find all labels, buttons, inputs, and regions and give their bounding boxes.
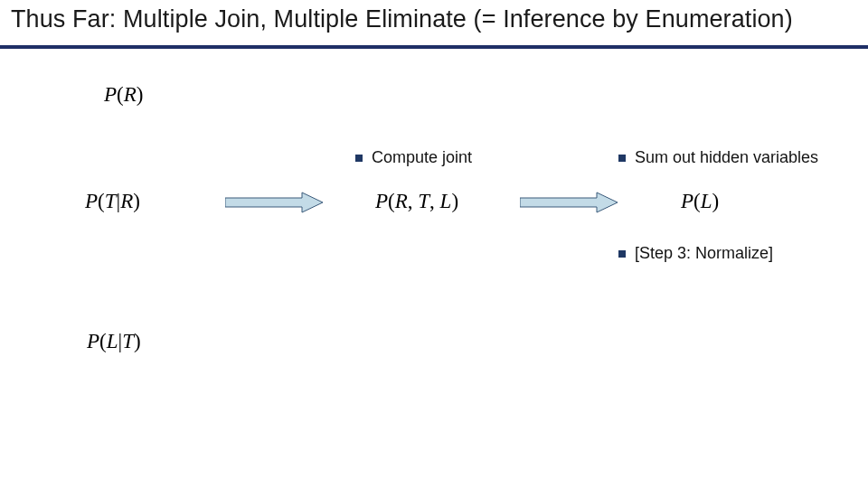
bullet-step3: [Step 3: Normalize] xyxy=(618,244,773,263)
bullet-square-icon xyxy=(618,155,626,162)
bullet-text: Sum out hidden variables xyxy=(635,148,818,166)
bullet-square-icon xyxy=(618,250,626,258)
bullet-text: [Step 3: Normalize] xyxy=(635,244,773,262)
slide: Thus Far: Multiple Join, Multiple Elimin… xyxy=(0,0,868,488)
arrow-icon xyxy=(225,191,325,214)
bullet-square-icon xyxy=(355,155,363,162)
arrow-shape xyxy=(225,192,323,212)
arrow-icon xyxy=(520,191,619,214)
bullet-sum-out: Sum out hidden variables xyxy=(618,148,818,167)
formula-p-r: P(R) xyxy=(104,83,143,107)
bullet-text: Compute joint xyxy=(372,148,472,166)
formula-p-l: P(L) xyxy=(681,190,719,213)
formula-p-rtl: P(R, T, L) xyxy=(375,190,458,213)
formula-p-t-given-r: P(T|R) xyxy=(85,190,140,213)
title-underline xyxy=(0,45,868,49)
arrow-shape xyxy=(520,192,618,212)
bullet-compute-joint: Compute joint xyxy=(355,148,472,167)
formula-p-l-given-t: P(L|T) xyxy=(87,330,141,353)
slide-title: Thus Far: Multiple Join, Multiple Elimin… xyxy=(11,5,793,33)
